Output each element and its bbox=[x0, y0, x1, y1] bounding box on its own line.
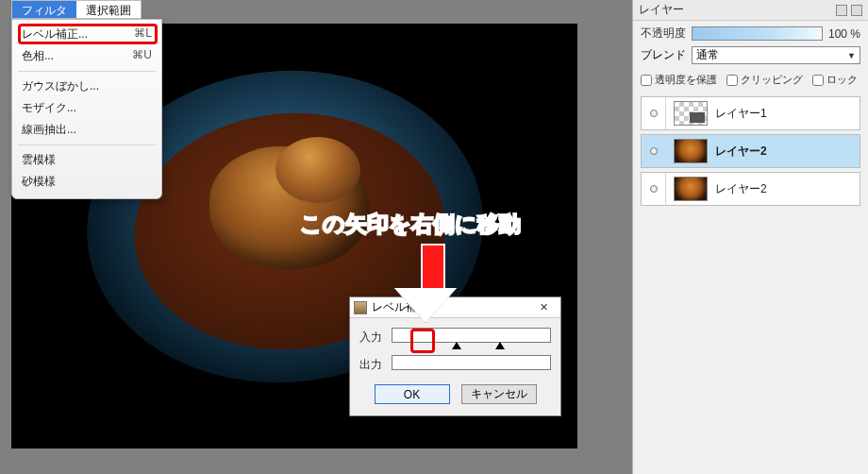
blend-select[interactable]: 通常 ▼ bbox=[692, 46, 860, 64]
layer-thumb bbox=[674, 101, 708, 126]
layer-name: レイヤー2 bbox=[715, 144, 767, 160]
layer-thumb bbox=[674, 177, 708, 201]
menuitem-shortcut: ⌘U bbox=[132, 48, 152, 64]
menuitem-hue[interactable]: 色相... ⌘U bbox=[12, 45, 161, 67]
check-preserve-alpha[interactable]: 透明度を保護 bbox=[641, 73, 717, 87]
layer-row[interactable]: レイヤー2 bbox=[641, 134, 860, 168]
layer-thumb bbox=[674, 139, 708, 163]
blend-label: ブレンド bbox=[641, 47, 686, 63]
close-panel-icon[interactable] bbox=[851, 5, 862, 16]
visibility-toggle[interactable] bbox=[642, 173, 666, 205]
input-handle-high[interactable] bbox=[495, 342, 505, 349]
dialog-icon bbox=[354, 301, 367, 314]
input-handle-mid[interactable] bbox=[452, 342, 461, 349]
input-slider[interactable] bbox=[392, 328, 551, 343]
opacity-value: 100 % bbox=[828, 27, 860, 41]
layer-list: レイヤー1 レイヤー2 レイヤー2 bbox=[633, 93, 868, 213]
menuitem-label: 線画抽出... bbox=[22, 122, 76, 138]
output-slider[interactable] bbox=[392, 355, 551, 370]
menuitem-levels[interactable]: レベル補正... ⌘L bbox=[12, 24, 161, 45]
menuitem-mosaic[interactable]: モザイク... bbox=[12, 97, 161, 119]
layer-name: レイヤー2 bbox=[715, 181, 767, 197]
separator bbox=[18, 71, 156, 72]
check-lock[interactable]: ロック bbox=[812, 73, 858, 87]
ok-button[interactable]: OK bbox=[375, 384, 450, 404]
menu-filter[interactable]: フィルタ bbox=[12, 1, 76, 18]
chevron-down-icon: ▼ bbox=[847, 51, 856, 60]
visibility-toggle[interactable] bbox=[642, 135, 666, 167]
annotation-text: この矢印を右側に移動 bbox=[300, 210, 521, 239]
panel-header[interactable]: レイヤー bbox=[633, 0, 868, 21]
menuitem-label: 砂模様 bbox=[22, 174, 56, 190]
menuitem-sand[interactable]: 砂模様 bbox=[12, 171, 161, 193]
separator bbox=[18, 144, 156, 145]
close-button[interactable] bbox=[530, 299, 557, 316]
undock-icon[interactable] bbox=[836, 5, 847, 16]
opacity-slider[interactable] bbox=[692, 26, 823, 41]
blend-value: 通常 bbox=[696, 47, 719, 63]
panel-title: レイヤー bbox=[639, 2, 684, 18]
visibility-toggle[interactable] bbox=[642, 97, 666, 129]
check-clipping[interactable]: クリッピング bbox=[726, 73, 803, 87]
menuitem-label: 雲模様 bbox=[22, 152, 56, 168]
output-label: 出力 bbox=[359, 355, 386, 373]
menubar: フィルタ 選択範囲 bbox=[11, 0, 142, 19]
menuitem-label: 色相... bbox=[22, 48, 54, 64]
input-label: 入力 bbox=[359, 328, 386, 346]
input-track[interactable] bbox=[392, 328, 551, 343]
filter-dropdown: レベル補正... ⌘L 色相... ⌘U ガウスぼかし... モザイク... 線… bbox=[11, 19, 162, 199]
menuitem-label: レベル補正... bbox=[22, 26, 88, 42]
output-track[interactable] bbox=[392, 355, 551, 370]
annotation-arrow-icon bbox=[411, 244, 454, 323]
menuitem-lineart[interactable]: 線画抽出... bbox=[12, 119, 161, 141]
layers-panel: レイヤー 不透明度 100 % ブレンド 通常 ▼ 透明度を保護 クリッピング … bbox=[632, 0, 868, 474]
opacity-label: 不透明度 bbox=[641, 25, 686, 42]
image-food bbox=[209, 146, 370, 269]
menu-selection[interactable]: 選択範囲 bbox=[76, 1, 141, 18]
menuitem-shortcut: ⌘L bbox=[134, 26, 152, 42]
layer-row[interactable]: レイヤー1 bbox=[641, 96, 860, 130]
layer-name: レイヤー1 bbox=[715, 106, 767, 122]
menuitem-label: ガウスぼかし... bbox=[22, 78, 99, 94]
menuitem-clouds[interactable]: 雲模様 bbox=[12, 149, 161, 171]
menuitem-gaussian[interactable]: ガウスぼかし... bbox=[12, 76, 161, 97]
cancel-button[interactable]: キャンセル bbox=[461, 384, 537, 404]
menuitem-label: モザイク... bbox=[22, 100, 76, 116]
layer-row[interactable]: レイヤー2 bbox=[641, 172, 860, 206]
